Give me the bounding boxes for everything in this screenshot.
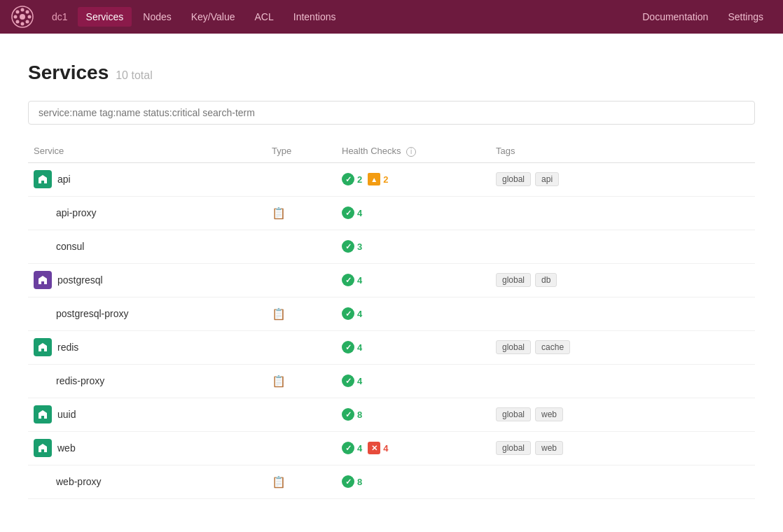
tags-col: globalapi <box>490 172 755 186</box>
table-row[interactable]: redis ✓ 4 globalcache <box>28 331 755 365</box>
service-type-col: 📋 <box>266 374 336 388</box>
service-name-label: web <box>57 442 76 454</box>
tag-badge: web <box>535 407 563 421</box>
nav-documentation[interactable]: Documentation <box>634 7 716 27</box>
health-col: ✓ 8 <box>336 408 490 421</box>
tag-badge: global <box>496 407 531 421</box>
health-green-badge: ✓ 8 <box>342 408 362 421</box>
tags-col: globalweb <box>490 441 755 455</box>
svg-point-5 <box>28 15 32 19</box>
service-type-col: 📋 <box>266 307 336 321</box>
health-col: ✓ 4 <box>336 307 490 320</box>
service-type-col: 📋 <box>266 206 336 220</box>
check-green-icon: ✓ <box>342 274 354 286</box>
check-green-count: 4 <box>357 443 362 454</box>
check-green-count: 4 <box>357 275 362 286</box>
tag-badge: api <box>535 172 559 186</box>
check-green-count: 4 <box>357 376 362 386</box>
tag-badge: global <box>496 340 531 354</box>
health-orange-badge: ▲ 2 <box>368 173 388 186</box>
health-col: ✓ 4 <box>336 206 490 219</box>
service-name-label: api-proxy <box>56 207 97 218</box>
service-type-icon <box>34 405 52 424</box>
health-col: ✓ 4 <box>336 274 490 286</box>
check-green-icon: ✓ <box>342 240 354 253</box>
health-col: ✓ 8 <box>336 475 490 488</box>
table-row[interactable]: uuid ✓ 8 globalweb <box>28 398 755 432</box>
svg-point-8 <box>26 10 29 14</box>
nav-keyvalue[interactable]: Key/Value <box>183 7 244 27</box>
col-type: Type <box>266 146 336 157</box>
tags-col: globalweb <box>490 407 755 421</box>
check-green-icon: ✓ <box>342 341 354 354</box>
svg-point-7 <box>26 20 29 24</box>
health-green-badge: ✓ 2 <box>342 173 362 186</box>
check-green-icon: ✓ <box>342 206 354 219</box>
navbar: dc1 Services Nodes Key/Value ACL Intenti… <box>0 0 783 34</box>
check-green-count: 4 <box>357 309 362 319</box>
tag-badge: db <box>535 273 557 287</box>
check-green-count: 3 <box>357 241 362 252</box>
svg-point-3 <box>21 22 25 26</box>
tag-badge: web <box>535 441 563 455</box>
nav-services[interactable]: Services <box>78 7 132 27</box>
search-input[interactable] <box>28 101 755 125</box>
health-col: ✓ 4 <box>336 374 490 387</box>
col-health: Health Checks i <box>336 146 490 157</box>
nav-nodes[interactable]: Nodes <box>134 7 179 27</box>
nav-intentions[interactable]: Intentions <box>285 7 345 27</box>
tags-col: globalcache <box>490 340 755 354</box>
check-green-icon: ✓ <box>342 173 354 186</box>
table-row[interactable]: api-proxy📋 ✓ 4 <box>28 197 755 230</box>
proxy-copy-icon: 📋 <box>272 375 286 387</box>
service-type-icon <box>34 170 52 188</box>
svg-point-2 <box>21 8 25 12</box>
svg-point-6 <box>16 10 20 14</box>
service-name-label: postgresql <box>57 274 103 286</box>
service-type-icon <box>34 271 52 289</box>
check-orange-icon: ▲ <box>368 173 380 186</box>
table-row[interactable]: api ✓ 2 ▲ 2 globalapi <box>28 163 755 197</box>
tags-col: globaldb <box>490 273 755 287</box>
service-type-icon <box>34 338 52 356</box>
table-row[interactable]: web ✓ 4 ✕ 4 globalweb <box>28 432 755 465</box>
check-green-count: 8 <box>357 477 362 487</box>
tag-badge: global <box>496 172 531 186</box>
service-name-label: redis <box>57 342 78 353</box>
health-green-badge: ✓ 4 <box>342 341 362 354</box>
tag-badge: global <box>496 441 531 455</box>
proxy-copy-icon: 📋 <box>272 308 286 320</box>
table-row[interactable]: redis-proxy📋 ✓ 4 <box>28 365 755 398</box>
health-green-badge: ✓ 8 <box>342 475 362 488</box>
health-green-badge: ✓ 4 <box>342 206 362 219</box>
service-type-col: 📋 <box>266 475 336 489</box>
table-row[interactable]: postgresql-proxy📋 ✓ 4 <box>28 298 755 331</box>
table-row[interactable]: web-proxy📋 ✓ 8 <box>28 465 755 499</box>
service-name-label: uuid <box>57 409 76 420</box>
nav-acl[interactable]: ACL <box>247 7 282 27</box>
service-name-label: api <box>57 174 71 185</box>
health-col: ✓ 2 ▲ 2 <box>336 173 490 186</box>
check-green-count: 4 <box>357 208 362 218</box>
health-green-badge: ✓ 4 <box>342 374 362 387</box>
svg-point-1 <box>20 14 25 20</box>
service-name-label: redis-proxy <box>56 375 104 386</box>
check-green-count: 4 <box>357 342 362 353</box>
table-row[interactable]: consul ✓ 3 <box>28 230 755 264</box>
proxy-copy-icon: 📋 <box>272 476 286 488</box>
col-tags: Tags <box>490 146 755 157</box>
check-green-icon: ✓ <box>342 475 354 488</box>
health-green-badge: ✓ 4 <box>342 274 362 286</box>
health-green-badge: ✓ 4 <box>342 442 362 454</box>
health-green-badge: ✓ 3 <box>342 240 362 253</box>
check-green-count: 2 <box>357 174 362 185</box>
table-body: api ✓ 2 ▲ 2 globalapiapi-proxy📋 ✓ 4 cons… <box>28 163 755 499</box>
health-red-badge: ✕ 4 <box>368 442 388 454</box>
service-name-label: web-proxy <box>56 476 102 487</box>
nav-settings[interactable]: Settings <box>719 7 772 27</box>
datacenter-label[interactable]: dc1 <box>45 7 75 27</box>
page-heading: Services 10 total <box>28 62 755 84</box>
col-service: Service <box>28 146 266 157</box>
health-col: ✓ 4 ✕ 4 <box>336 442 490 454</box>
table-row[interactable]: postgresql ✓ 4 globaldb <box>28 264 755 298</box>
